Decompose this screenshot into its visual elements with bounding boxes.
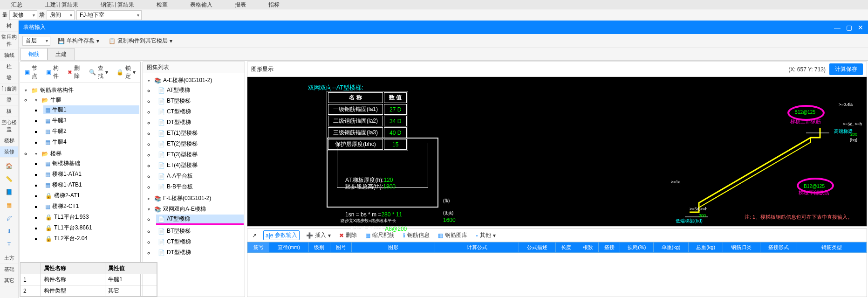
main-tabbar[interactable]: 汇总 土建计算结果 钢筋计算结果 检查 表格输入 报表 指标 xyxy=(0,0,868,9)
cat-wall[interactable]: 墙 xyxy=(0,72,18,83)
filter2-dropdown[interactable]: 房间 xyxy=(47,10,75,20)
tool-icon-7[interactable]: Ŧ xyxy=(5,240,14,249)
cat-g3-0[interactable]: AT型楼梯 xyxy=(167,215,190,223)
window-toolbar: 首层 💾单构件存盘 ▾ 📋复制构件到其它楼层 ▾ xyxy=(19,34,868,48)
item-s6[interactable]: TL1平台3.8661 xyxy=(54,224,92,232)
prop-col-name: 属性名称 xyxy=(41,263,105,274)
window-title-text: 表格输入 xyxy=(23,23,46,31)
cat-g1-8[interactable]: A-A平台板 xyxy=(167,172,193,180)
tool-icon-6[interactable]: ⬇ xyxy=(5,227,14,236)
insert-button[interactable]: ➕插入 ▾ xyxy=(304,230,333,240)
tab-index[interactable]: 指标 xyxy=(257,0,291,9)
prop-val-1[interactable]: 牛腿1 xyxy=(105,274,157,285)
lib-button[interactable]: ▦钢筋图库 xyxy=(436,230,469,240)
cat-tree[interactable]: 树 xyxy=(0,21,18,32)
cat-g2[interactable]: F-L楼梯(03G101-2) xyxy=(163,194,211,202)
node-button[interactable]: ▣节点 xyxy=(23,63,40,81)
item-s1[interactable]: 楼梯1-ATA1 xyxy=(52,170,82,178)
cat-g1-7[interactable]: ET(4)型楼梯 xyxy=(167,161,198,169)
maximize-icon[interactable]: ▢ xyxy=(846,24,852,31)
cat-earth[interactable]: 土方 xyxy=(0,253,18,264)
cat-g3-3[interactable]: DT型楼梯 xyxy=(167,249,191,256)
item-niu2[interactable]: 牛腿2 xyxy=(52,127,67,135)
item-s7[interactable]: TL2平台-2.04 xyxy=(54,235,88,243)
tool-icon-1[interactable]: 🏠 xyxy=(5,161,14,171)
cat-g1-3[interactable]: DT型楼梯 xyxy=(167,118,191,126)
tab-report[interactable]: 报表 xyxy=(224,0,257,9)
top-rebar-label: B12@125 xyxy=(794,110,815,115)
cat-foundation[interactable]: 基础 xyxy=(0,264,18,275)
save-component-button[interactable]: 💾单构件存盘 ▾ xyxy=(56,36,101,46)
prop-val-2[interactable]: 其它 xyxy=(105,285,157,297)
tab-civil[interactable]: 土建 xyxy=(48,48,75,60)
minimize-icon[interactable]: — xyxy=(834,24,841,31)
lock-button[interactable]: 🔒锁定 ▾ xyxy=(115,63,137,81)
page-icon: 📄 xyxy=(158,228,165,235)
group-niu[interactable]: 牛腿 xyxy=(50,96,62,104)
copy-component-button[interactable]: 📋复制构件到其它楼层 ▾ xyxy=(107,36,174,46)
delete-button[interactable]: ✖删除 xyxy=(66,63,82,81)
cat-g1[interactable]: A-E楼梯(03G101-2) xyxy=(163,76,212,84)
tool-icon-2[interactable]: 📏 xyxy=(5,174,14,184)
cat-g1-2[interactable]: CT型楼梯 xyxy=(167,108,191,116)
tab-summary[interactable]: 汇总 xyxy=(0,0,34,9)
tab-rebar[interactable]: 钢筋 xyxy=(21,48,48,60)
root-node[interactable]: 钢筋表格构件 xyxy=(40,86,74,94)
cat-stair[interactable]: 楼梯 xyxy=(0,135,18,146)
cat-g3-1[interactable]: BT型楼梯 xyxy=(167,227,191,235)
cat-slab[interactable]: 板 xyxy=(0,106,18,117)
cat-hollow[interactable]: 空心楼盖 xyxy=(0,117,18,135)
tab-civil-result[interactable]: 土建计算结果 xyxy=(34,0,89,9)
page-icon: 📄 xyxy=(158,87,165,94)
catalog-tree[interactable]: ▾📚A-E楼梯(03G101-2) 📄AT型楼梯 📄BT型楼梯 📄CT型楼梯 📄… xyxy=(144,75,244,259)
plan-fk: (fk) xyxy=(443,198,450,203)
arrow-button[interactable]: ↗ xyxy=(250,231,259,240)
member-button[interactable]: ▣构件 xyxy=(44,63,61,81)
rebar-grid[interactable]: 筋号直径(mm)级别图号 图形计算公式公式描述 长度根数搭接损耗(%) 单重(k… xyxy=(247,242,867,253)
floor-dropdown[interactable]: 首层 xyxy=(22,36,50,46)
other-button[interactable]: ▫其他 ▾ xyxy=(474,230,497,240)
item-s4[interactable]: 楼梯2-CT1 xyxy=(52,202,79,210)
cat-g1-1[interactable]: BT型楼梯 xyxy=(167,97,191,105)
tab-rebar-result[interactable]: 钢筋计算结果 xyxy=(89,0,145,9)
item-niu3[interactable]: 牛腿3 xyxy=(52,117,67,125)
cat-g1-6[interactable]: ET(3)型楼梯 xyxy=(167,151,198,159)
item-s5[interactable]: TL1平台1.933 xyxy=(54,213,89,221)
cat-g1-0[interactable]: AT型楼梯 xyxy=(167,86,190,94)
filter1-dropdown[interactable]: 装修 xyxy=(9,10,37,20)
cat-column[interactable]: 柱 xyxy=(0,61,18,72)
tab-check[interactable]: 检查 xyxy=(145,0,179,9)
item-niu4[interactable]: 牛腿4 xyxy=(52,138,67,146)
tab-table-input[interactable]: 表格输入 xyxy=(179,0,224,9)
cat-beam[interactable]: 梁 xyxy=(0,95,18,106)
cat-g1-9[interactable]: B-B平台板 xyxy=(167,183,193,191)
cat-g1-4[interactable]: ET(1)型楼梯 xyxy=(167,129,198,137)
cat-g1-5[interactable]: ET(2)型楼梯 xyxy=(167,140,198,148)
cat-other[interactable]: 其它 xyxy=(0,275,18,286)
cat-common[interactable]: 常用构件 xyxy=(0,32,18,50)
cat-g3-2[interactable]: CT型楼梯 xyxy=(167,238,191,246)
item-s2[interactable]: 楼梯1-ATB1 xyxy=(52,181,82,189)
cat-finish[interactable]: 装修 xyxy=(0,146,18,158)
dim-bg: (bg) xyxy=(850,138,857,142)
tool-icon-4[interactable]: ▦ xyxy=(5,201,14,210)
plan-tbjk: (tbjk) xyxy=(443,210,453,215)
page-icon: 📄 xyxy=(158,173,165,180)
cat-opening[interactable]: 门窗洞 xyxy=(0,83,18,95)
item-s0[interactable]: 钢楼梯基础 xyxy=(52,159,80,167)
cat-g3[interactable]: 双网双向A-E楼梯 xyxy=(163,205,206,213)
item-s3[interactable]: 楼梯2-AT1 xyxy=(54,192,80,200)
filter3-dropdown[interactable]: FJ-地下室 xyxy=(76,10,142,20)
component-tree[interactable]: ▾📁钢筋表格构件 ▾📂牛腿 ▦牛腿1 ▦牛腿3 ▦牛腿2 ▦牛腿4 xyxy=(21,85,139,246)
drawing-canvas[interactable]: 双网双向--AT型楼梯: 名 称数 值 一级钢筋锚固(la1)27 D 二级钢筋… xyxy=(247,77,867,226)
find-button[interactable]: 🔍查找 ▾ xyxy=(87,63,110,81)
close-icon[interactable]: ✕ xyxy=(858,24,863,31)
group-stair[interactable]: 楼梯 xyxy=(50,150,62,158)
tool-icon-3[interactable]: 📘 xyxy=(5,187,14,197)
item-niu1[interactable]: 牛腿1 xyxy=(52,106,67,114)
tool-icon-5[interactable]: 🖊 xyxy=(5,214,14,223)
calc-save-button[interactable]: 计算保存 xyxy=(829,63,863,75)
prop-name-1: 构件名称 xyxy=(41,274,105,285)
cat-axis[interactable]: 轴线 xyxy=(0,50,18,61)
param-input-button[interactable]: a|e 参数输入 xyxy=(263,230,300,240)
